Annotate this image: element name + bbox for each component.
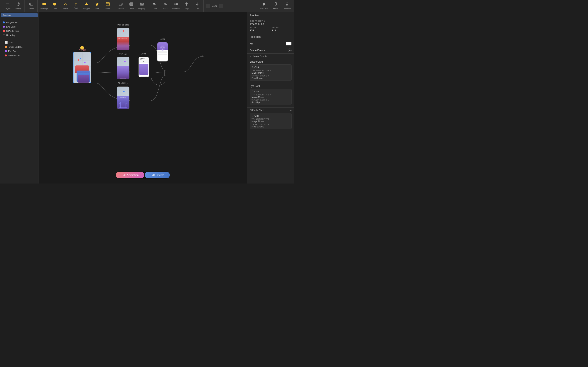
toolbar: Layers History Scene [0, 0, 294, 12]
bridge-card-event-add-button[interactable]: + [290, 60, 292, 63]
underlay-square [3, 34, 5, 36]
star-label: Star [95, 8, 99, 10]
size-preset-chevron: ▼ [264, 20, 265, 22]
stpauls-map-grid [117, 28, 129, 37]
svg-rect-7 [32, 4, 32, 5]
fill-swatch[interactable] [286, 42, 292, 45]
eye-card-event-add-button[interactable]: + [290, 85, 292, 87]
group-tool[interactable]: Group [126, 1, 137, 11]
map-folder-icon: ⬜ [5, 41, 8, 44]
main-area: Preview Bridge Card Eye Card StPauls Car… [0, 12, 294, 184]
eye-card-event-section: Eye Card + ⇅ Click TRANSITION TYPE ▼ Mag… [247, 83, 294, 108]
layer-eye-dot[interactable]: Eye Dot [1, 49, 38, 53]
stpauls-card-event-title-row: StPauls Card + [250, 109, 292, 112]
height-value: 812 [272, 29, 276, 32]
layer-stpauls-dot[interactable]: StPauls Dot [1, 53, 38, 58]
simulator-tool[interactable]: Simulator [259, 1, 269, 11]
connector-lines [39, 12, 247, 184]
size-preset-label[interactable]: SIZE PRESET ▼ [250, 20, 292, 22]
front-tool[interactable]: Front [149, 1, 160, 11]
detail-frame[interactable]: Visit London Eye [157, 42, 168, 62]
layers-tool[interactable]: Layers [2, 1, 13, 11]
star-icon [95, 2, 99, 7]
size-preset-value: iPhone X, Xs [250, 23, 292, 25]
flip-label: Flip [196, 8, 199, 10]
mirror-tool[interactable]: Mirror [270, 1, 281, 11]
pick-stpauls-frame[interactable]: St Paul's Cathedral [117, 28, 130, 50]
edit-drivers-button[interactable]: Edit Drivers [145, 172, 170, 178]
bezier-tool[interactable]: Bezier [60, 1, 71, 11]
zoom-frame[interactable]: London Eye Visit London Eye [138, 57, 149, 77]
layer-underlay[interactable]: Underlay [1, 33, 38, 37]
pick-eye-frame[interactable]: London Eye [117, 57, 130, 79]
layer-tower-bridge-dot[interactable]: Tower Bridge... [1, 45, 38, 49]
zoom-in-button[interactable]: + [219, 4, 223, 8]
bridge-click-label: Click [254, 66, 259, 68]
history-icon [16, 2, 21, 7]
bridge-card-label: Bridge Card [6, 21, 36, 24]
fill-label: Fill [250, 42, 253, 45]
edit-animation-button[interactable]: Edit Animation [116, 172, 144, 178]
flip-tool[interactable]: Flip [192, 1, 203, 11]
stpauls-card-event-card: ⇅ Click TRANSITION TYPE ▼ Magic Move TAR… [250, 113, 292, 129]
detail-line-3 [158, 52, 167, 53]
polygon-tool[interactable]: Polygon [81, 1, 92, 11]
rectangle-icon [42, 2, 46, 7]
layer-bridge-card[interactable]: Bridge Card [1, 20, 38, 25]
svg-rect-29 [185, 3, 188, 4]
stpauls-transition-label: TRANSITION TYPE ▼ [251, 118, 290, 120]
rectangle-tool[interactable]: Rectangle [39, 1, 49, 11]
bridge-card-event-title-row: Bridge Card + [250, 60, 292, 63]
text-tool[interactable]: T Text [71, 1, 81, 11]
scene-events-add-button[interactable]: + [288, 49, 292, 52]
canvas-area[interactable]: ⚡ Preview [39, 12, 247, 184]
stpauls-card-event-add-button[interactable]: + [290, 109, 292, 111]
bridge-target-chevron: ▼ [268, 75, 269, 77]
scene-tool[interactable]: Scene [26, 1, 36, 11]
scroll-tool[interactable]: Scroll [103, 1, 113, 11]
embed-tool[interactable]: Embed [115, 1, 126, 11]
preview-item[interactable]: Preview [1, 13, 38, 17]
layer-stpauls-card[interactable]: StPauls Card [1, 29, 38, 33]
svg-point-37 [286, 3, 288, 5]
scene-pick-bridge[interactable]: Pick Bridge Tower Bridge [117, 82, 130, 109]
svg-rect-0 [6, 3, 9, 3]
scene-pick-stpauls[interactable]: Pick StPauls St Paul's Cathedral [117, 24, 130, 50]
ungroup-tool[interactable]: Ungroup [137, 1, 147, 11]
projection-chevron: › [291, 36, 292, 38]
oval-tool[interactable]: Oval [49, 1, 60, 11]
scene-pick-eye[interactable]: Pick Eye London Eye [117, 53, 130, 79]
bridge-card-event-title: Bridge Card [250, 60, 263, 63]
svg-rect-25 [165, 4, 167, 5]
projection-row[interactable]: Projection › [250, 35, 292, 38]
align-tool[interactable]: Align [181, 1, 192, 11]
ungroup-icon [140, 2, 144, 7]
stpauls-card-event-section: StPauls Card + ⇅ Click TRANSITION TYPE ▼… [247, 108, 294, 132]
bridge-click-icon: ⇅ [251, 66, 254, 69]
map-group-row[interactable]: ▼ ⬜ Map [0, 40, 39, 45]
scene-detail[interactable]: Detail [157, 38, 168, 62]
back-tool[interactable]: Back [160, 1, 171, 11]
star-tool[interactable]: Star [92, 1, 103, 11]
pick-bridge-frame[interactable]: Tower Bridge [117, 86, 130, 109]
bridge-silhouette [117, 101, 129, 109]
feedback-tool[interactable]: Feedback [282, 1, 292, 11]
bridge-map-grid [117, 87, 129, 96]
zoom-out-button[interactable]: − [206, 4, 210, 8]
svg-rect-6 [32, 3, 32, 4]
zoom-dot [143, 61, 144, 62]
eye-target-label: TARGET SCENE ▼ [251, 99, 290, 101]
map-group-label: Map [9, 41, 36, 44]
layer-eye-card[interactable]: Eye Card [1, 25, 38, 29]
svg-marker-11 [85, 2, 88, 5]
scene-zoom[interactable]: Zoom London Eye Visit London Eye [138, 53, 149, 77]
detail-inner: Visit London Eye [157, 42, 168, 61]
map-dot-purple [84, 62, 86, 63]
zoom-header: London Eye [139, 57, 149, 63]
history-tool[interactable]: History [13, 1, 24, 11]
scene-preview[interactable]: ⚡ Preview [73, 48, 91, 83]
group-label: Group [129, 8, 134, 10]
layer-events-collapse-icon[interactable]: ▼ [250, 55, 252, 58]
preview-card-frame[interactable] [73, 52, 91, 83]
combine-tool[interactable]: Combine [171, 1, 181, 11]
